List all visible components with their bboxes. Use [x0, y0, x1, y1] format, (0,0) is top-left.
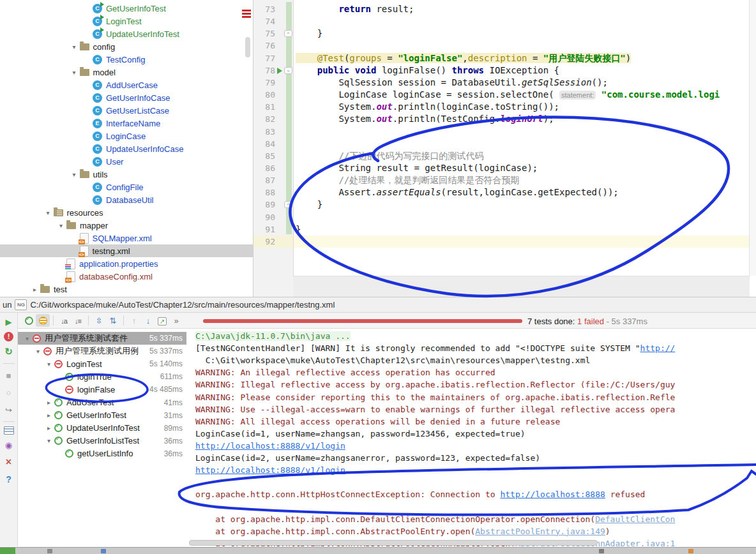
code-line-74[interactable] — [294, 15, 756, 27]
code-line-90[interactable] — [294, 211, 756, 223]
chevron-closed-icon[interactable] — [29, 286, 40, 293]
sort-by-duration-button[interactable] — [71, 314, 85, 327]
test-tree-row-UpdateUserInfoTest[interactable]: UpdateUserInfoTest89ms — [18, 422, 186, 435]
stop-button[interactable] — [2, 368, 16, 382]
taskbar-start-icon[interactable] — [0, 548, 15, 554]
chevron-open-icon[interactable] — [69, 43, 80, 50]
testng-config-path[interactable]: C:/Git/workspace/muke/AutoTest/Chapter12… — [30, 300, 335, 310]
code-line-85[interactable]: //下边的代码为写完接口的测试代码 — [294, 150, 756, 162]
test-tree-row-用户管理系统测试用例[interactable]: 用户管理系统测试用例5s 337ms — [18, 345, 186, 357]
code-line-76[interactable] — [294, 40, 756, 52]
chevron-open-icon[interactable] — [43, 209, 54, 216]
fold-marker-icon[interactable] — [284, 67, 292, 74]
tree-item-testng.xml[interactable]: testng.xml — [0, 244, 253, 257]
console-button[interactable] — [4, 426, 14, 435]
tree-item-GetUserInfoTest[interactable]: CGetUserInfoTest — [0, 2, 253, 15]
tree-item-InterfaceName[interactable]: EInterfaceName — [0, 117, 253, 130]
code-line-75[interactable]: } — [294, 27, 756, 40]
next-button[interactable] — [141, 314, 155, 327]
close-button[interactable] — [2, 455, 16, 469]
chevron-open-icon[interactable] — [43, 361, 54, 368]
tree-item-databaseConfig.xml[interactable]: databaseConfig.xml — [0, 270, 253, 283]
run-test-gutter-icon[interactable] — [277, 68, 282, 74]
run-button[interactable] — [2, 315, 16, 329]
tree-item-DatabaseUtil[interactable]: CDatabaseUtil — [0, 193, 253, 206]
test-tree-row-loginFalse[interactable]: loginFalse4s 485ms — [18, 383, 186, 396]
tree-item-TestConfig[interactable]: CTestConfig — [0, 53, 253, 66]
tree-item-GetUserInfoCase[interactable]: CGetUserInfoCase — [0, 91, 253, 104]
code-line-81[interactable]: System.out.println(loginCase.toString())… — [294, 101, 756, 113]
test-tree-row-LoginTest[interactable]: LoginTest5s 140ms — [18, 357, 186, 370]
test-tree-row-getUserListInfo[interactable]: getUserListInfo36ms — [18, 447, 186, 460]
editor-horizontal-scrollbar[interactable] — [293, 276, 750, 297]
tree-item-LoginTest[interactable]: CLoginTest — [0, 15, 253, 27]
tree-item-SQLMapper.xml[interactable]: SQLMapper.xml — [0, 232, 253, 244]
chevron-open-icon[interactable] — [33, 348, 43, 355]
code-line-83[interactable] — [294, 126, 756, 138]
chevron-open-icon[interactable] — [22, 335, 33, 342]
code-line-87[interactable]: //处理结果，就是判断返回结果是否符合预期 — [294, 174, 756, 186]
console-horizontal-scrollbar[interactable] — [189, 540, 598, 546]
code-editor[interactable]: 7374757677787980818283848586878889909192… — [253, 0, 756, 297]
chevron-open-icon[interactable] — [69, 171, 80, 178]
code-line-80[interactable]: LoginCase loginCase = session.selectOne(… — [294, 89, 756, 101]
code-line-92[interactable] — [294, 236, 756, 248]
code-line-79[interactable]: SqlSession session = DatabaseUtil.getSql… — [294, 77, 756, 89]
tree-item-User[interactable]: CUser — [0, 155, 253, 168]
fold-marker-icon[interactable] — [284, 201, 292, 208]
tree-item-GetUserListCase[interactable]: CGetUserListCase — [0, 104, 253, 117]
suspend-button[interactable] — [2, 386, 16, 400]
code-line-77[interactable]: @Test(groups = "loginFalse",description … — [294, 52, 756, 64]
fold-marker-icon[interactable] — [284, 30, 292, 37]
console-link[interactable]: http://localhost:8888 — [500, 490, 605, 499]
tree-item-UpdateUserInfoCase[interactable]: CUpdateUserInfoCase — [0, 142, 253, 155]
tree-item-UpdateUserInfoTest[interactable]: CUpdateUserInfoTest — [0, 27, 253, 40]
console-output[interactable]: C:\Java\jdk-11.0.7\bin\java ...[TestNGCo… — [186, 329, 756, 546]
tree-item-ConfigFile[interactable]: CConfigFile — [0, 181, 253, 193]
test-tree-row-loginTrue[interactable]: loginTrue611ms — [18, 370, 186, 383]
expand-all-button[interactable] — [92, 314, 106, 327]
code-line-84[interactable] — [294, 138, 756, 150]
code-area[interactable]: return result; } @Test(groups = "loginFa… — [294, 0, 756, 297]
export-button[interactable] — [155, 314, 169, 327]
code-line-88[interactable]: Assert.assertEquals(result,loginCase.get… — [294, 186, 756, 198]
test-tree-row-GetUserInfoListTest[interactable]: GetUserInfoListTest36ms — [18, 435, 186, 447]
coverage-button[interactable] — [2, 438, 16, 452]
test-tree-row-AddUserTest[interactable]: AddUserTest41ms — [18, 396, 186, 409]
tree-item-config[interactable]: config — [0, 40, 253, 53]
code-line-86[interactable]: String result = getResult(loginCase); — [294, 162, 756, 174]
tree-item-AddUserCase[interactable]: CAddUserCase — [0, 79, 253, 91]
rerun-button[interactable] — [2, 345, 16, 359]
chevron-closed-icon[interactable] — [43, 412, 54, 419]
console-link[interactable]: http://localhost:8888/v1/login — [195, 465, 345, 475]
console-link[interactable]: AbstractPoolEntry.java:149 — [475, 527, 605, 536]
chevron-closed-icon[interactable] — [43, 424, 54, 431]
code-line-89[interactable]: } — [294, 198, 756, 211]
prev-button[interactable] — [127, 314, 141, 327]
more-button[interactable] — [169, 314, 183, 327]
collapse-all-button[interactable] — [106, 314, 120, 327]
test-tree-row-GetUserInfoTest[interactable]: GetUserInfoTest31ms — [18, 409, 186, 422]
code-line-73[interactable]: return result; — [294, 3, 756, 15]
chevron-open-icon[interactable] — [69, 69, 80, 76]
code-line-82[interactable]: System.out.println(TestConfig.loginUrl); — [294, 113, 756, 125]
tree-item-utils[interactable]: utils — [0, 168, 253, 181]
chevron-open-icon[interactable] — [43, 437, 54, 444]
exit-button[interactable] — [2, 403, 16, 417]
editor-vertical-scrollbar[interactable] — [749, 0, 756, 276]
taskbar-app-icon[interactable] — [688, 549, 693, 553]
tree-item-test[interactable]: test — [0, 283, 253, 296]
sort-alphabetically-button[interactable] — [57, 314, 71, 327]
show-passed-button[interactable] — [22, 314, 36, 327]
taskbar-app-icon[interactable] — [599, 549, 604, 553]
tree-scrollbar[interactable] — [245, 37, 250, 57]
help-button[interactable] — [2, 472, 16, 486]
taskbar-app-icon[interactable] — [47, 549, 52, 553]
tree-item-resources[interactable]: resources — [0, 206, 253, 219]
tree-item-mapper[interactable]: mapper — [0, 219, 253, 232]
console-link[interactable]: http://localhost:8888/v1/login — [195, 441, 345, 451]
tree-item-LoginCase[interactable]: CLoginCase — [0, 130, 253, 142]
tree-item-application.properties[interactable]: application.properties — [0, 257, 253, 270]
taskbar-app-icon[interactable] — [101, 549, 106, 553]
test-tree-row-用户管理系统测试套件[interactable]: 用户管理系统测试套件5s 337ms — [18, 332, 186, 345]
